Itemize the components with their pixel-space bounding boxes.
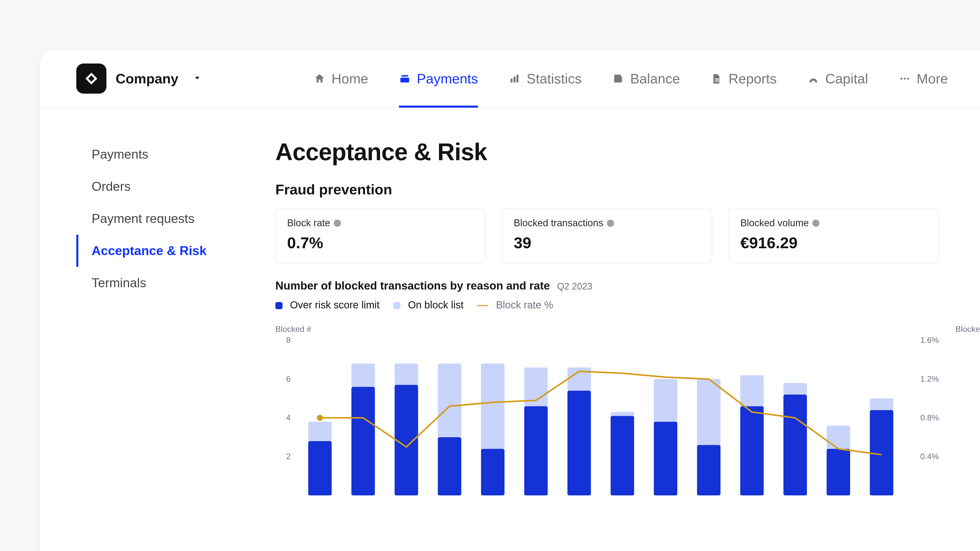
svg-point-10 [904,78,906,79]
svg-rect-45 [827,449,850,495]
svg-rect-3 [514,76,515,83]
section-heading: Fraud prevention [275,181,980,198]
svg-text:0.8%: 0.8% [920,413,939,422]
svg-point-48 [317,415,323,421]
nav-tab-label: Reports [729,71,776,86]
stat-card-label: Blocked transactions [514,218,700,229]
nav-tab-home[interactable]: Home [313,50,368,107]
sidebar-item-orders[interactable]: Orders [76,170,260,203]
nav-tab-label: Balance [630,71,680,86]
svg-rect-0 [401,78,409,83]
svg-rect-42 [783,383,807,395]
svg-rect-26 [438,364,461,437]
stat-card-value: 0.7% [287,233,474,252]
brand-name: Company [116,71,178,86]
svg-rect-2 [511,79,513,83]
svg-text:6: 6 [286,374,291,383]
chart-title: Number of blocked transactions by reason… [275,279,980,292]
chart-area: Blocked # Blocked % 20.4%40.8%61.2%81.6% [275,324,980,498]
arc-icon [808,73,819,84]
chart-svg: 20.4%40.8%61.2%81.6% [275,324,949,498]
nav-tab-reports[interactable]: Reports [711,50,776,107]
nav-tab-label: Statistics [527,71,582,86]
svg-rect-44 [827,426,850,449]
stat-card-label: Block rate [287,218,474,229]
chart-heading: Number of blocked transactions by reason… [275,279,550,292]
svg-rect-20 [308,422,332,441]
info-icon[interactable] [607,220,614,227]
legend-line-icon [477,305,488,306]
svg-rect-5 [614,76,622,83]
y-axis-title: Blocked # [275,324,311,334]
stat-cards: Block rate0.7%Blocked transactions39Bloc… [275,208,980,263]
bars-icon [509,73,520,84]
svg-text:1.2%: 1.2% [920,374,939,383]
nav-tab-balance[interactable]: Balance [612,50,680,107]
nav-tab-capital[interactable]: Capital [808,50,868,107]
top-nav: Company HomePaymentsStatisticsBalanceRep… [40,50,980,108]
main: Acceptance & Risk Fraud prevention Block… [275,138,980,498]
legend-swatch-icon [393,302,401,309]
svg-rect-31 [524,406,548,495]
svg-rect-40 [740,375,764,407]
chart-legend: Over risk score limit On block list Bloc… [275,299,980,311]
svg-text:1.6%: 1.6% [920,335,939,345]
svg-rect-33 [567,391,591,495]
stat-card-value: €916.29 [740,233,927,252]
svg-text:8: 8 [286,335,291,345]
svg-rect-34 [611,412,634,416]
app-panel: Company HomePaymentsStatisticsBalanceRep… [40,50,980,551]
nav-tab-label: Capital [825,71,868,86]
file-icon [711,73,722,84]
card-icon [399,73,410,84]
home-icon [313,73,325,84]
sidebar-item-requests[interactable]: Payment requests [76,203,260,235]
svg-rect-24 [395,364,418,385]
stat-card-label: Blocked volume [740,218,927,229]
info-icon[interactable] [334,220,341,227]
svg-point-6 [619,79,621,80]
sidebar: PaymentsOrdersPayment requestsAcceptance… [76,138,260,498]
stat-card-value: 39 [514,233,700,252]
nav-tab-payments[interactable]: Payments [399,50,478,107]
svg-rect-28 [481,364,504,449]
nav-tab-more[interactable]: More [899,50,948,107]
svg-point-11 [907,78,909,79]
svg-rect-23 [352,387,375,495]
svg-rect-41 [740,406,764,495]
brand-switcher[interactable]: Company [76,64,202,94]
svg-rect-21 [308,441,332,495]
svg-rect-37 [654,422,677,495]
info-icon[interactable] [812,220,819,227]
svg-rect-22 [352,364,375,387]
svg-rect-47 [870,410,893,495]
sidebar-item-payments[interactable]: Payments [76,138,260,170]
svg-rect-35 [611,416,634,495]
page-title: Acceptance & Risk [275,138,980,166]
svg-rect-8 [715,81,719,82]
legend-item-block-rate: Block rate % [477,299,553,311]
y2-axis-title: Blocked % [956,324,980,334]
svg-text:2: 2 [286,452,291,461]
svg-rect-1 [401,75,408,77]
stat-card: Blocked volume€916.29 [729,208,939,263]
stat-card: Blocked transactions39 [502,208,712,263]
chart-period: Q2 2023 [557,281,592,292]
nav-tab-statistics[interactable]: Statistics [509,50,582,107]
svg-text:4: 4 [286,413,291,422]
sidebar-item-risk[interactable]: Acceptance & Risk [76,235,260,267]
legend-swatch-icon [275,302,283,309]
svg-rect-38 [697,379,721,445]
svg-rect-29 [481,449,504,495]
stat-card: Block rate0.7% [275,208,486,263]
svg-rect-36 [654,379,677,422]
svg-point-9 [900,78,902,79]
legend-item-block-list: On block list [393,299,463,311]
sidebar-item-terminals[interactable]: Terminals [76,267,260,299]
svg-rect-43 [783,395,807,495]
legend-item-over-risk: Over risk score limit [275,299,380,311]
svg-rect-7 [715,79,719,79]
nav-tab-label: More [917,71,948,86]
nav-tab-label: Payments [417,71,478,86]
brand-logo-icon [76,64,107,94]
